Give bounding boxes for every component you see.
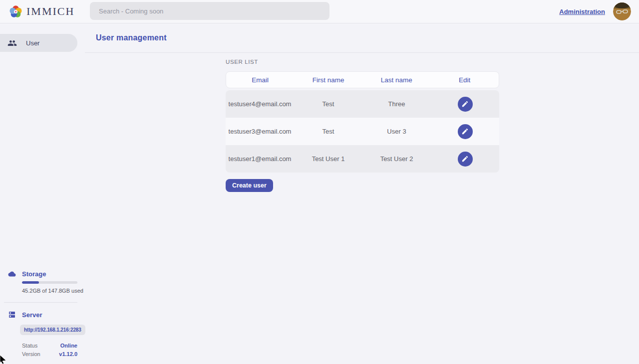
title-bar: User management	[85, 23, 639, 53]
server-status-label: Status	[22, 343, 37, 349]
app-logo[interactable]: IMMICH	[9, 5, 74, 18]
column-header-first-name: First name	[295, 76, 363, 84]
cell-last-name: User 3	[362, 128, 431, 135]
cell-email: testuser4@email.com	[226, 100, 294, 108]
server-title: Server	[22, 311, 42, 319]
cell-first-name: Test	[294, 100, 362, 108]
user-list-section: USER LIST Email First name Last name Edi…	[226, 59, 499, 192]
table-row: testuser4@email.com Test Three	[226, 90, 499, 118]
table-row: testuser1@email.com Test User 1 Test Use…	[226, 145, 499, 173]
main-content: User management USER LIST Email First na…	[85, 23, 639, 364]
edit-user-button[interactable]	[458, 152, 473, 167]
cell-last-name: Three	[362, 100, 431, 108]
storage-progress-bar	[22, 281, 77, 284]
server-url-badge: http://192.168.1.216:2283	[20, 325, 85, 335]
sidebar-item-label: User	[26, 39, 39, 47]
server-icon	[7, 311, 17, 319]
user-list-label: USER LIST	[226, 59, 499, 65]
administration-link[interactable]: Administration	[559, 8, 605, 15]
edit-user-button[interactable]	[458, 124, 473, 139]
server-version-label: Version	[22, 351, 40, 357]
edit-user-button[interactable]	[458, 97, 473, 112]
server-version-value: v1.12.0	[59, 351, 77, 357]
table-header-row: Email First name Last name Edit	[226, 71, 499, 88]
sidebar-status-panel: Storage 45.2GB of 147.8GB used Server ht…	[0, 270, 85, 358]
storage-progress-fill	[22, 281, 39, 284]
table-row: testuser3@email.com Test User 3	[226, 118, 499, 145]
avatar[interactable]	[613, 2, 631, 20]
sidebar-divider	[4, 302, 77, 303]
create-user-button[interactable]: Create user	[226, 179, 273, 192]
storage-title: Storage	[22, 270, 46, 278]
pencil-icon	[461, 100, 469, 108]
storage-usage-text: 45.2GB of 147.8GB used	[22, 288, 85, 294]
column-header-email: Email	[226, 76, 295, 84]
server-status-value: Online	[60, 343, 77, 349]
cell-email: testuser1@email.com	[226, 155, 294, 163]
cell-email: testuser3@email.com	[226, 128, 294, 135]
app-name: IMMICH	[26, 5, 74, 18]
table-body: testuser4@email.com Test Three testuser3…	[226, 90, 499, 173]
immich-flower-icon	[9, 5, 22, 18]
cloud-icon	[7, 270, 17, 278]
page-title: User management	[96, 33, 167, 42]
cell-first-name: Test User 1	[294, 155, 362, 163]
pencil-icon	[461, 128, 469, 135]
cell-first-name: Test	[294, 128, 362, 135]
cell-last-name: Test User 2	[362, 155, 431, 163]
search-input[interactable]	[90, 2, 329, 20]
users-group-icon	[7, 38, 17, 48]
sidebar-item-user[interactable]: User	[0, 34, 77, 52]
mouse-cursor-icon	[0, 354, 7, 364]
column-header-edit: Edit	[431, 76, 499, 84]
column-header-last-name: Last name	[362, 76, 431, 84]
sidebar: User Storage 45.2GB of 147.8GB used Serv…	[0, 23, 85, 364]
top-header: IMMICH Administration	[0, 0, 639, 23]
pencil-icon	[461, 155, 469, 163]
